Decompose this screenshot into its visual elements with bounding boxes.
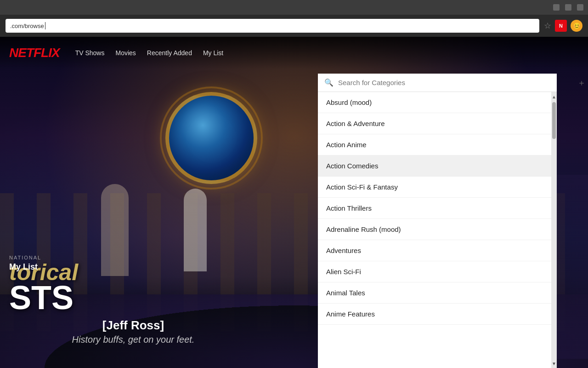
url-text: .com/browse: [10, 23, 44, 29]
subtitle-quote: History buffs, get on your feet.: [0, 334, 266, 345]
toolbar-right: ☆ N 😊: [544, 20, 582, 32]
scrollbar[interactable]: ▲: [551, 92, 557, 368]
close-button[interactable]: [577, 4, 583, 11]
nav-recently-added[interactable]: Recently Added: [147, 49, 192, 57]
category-item-absurd[interactable]: Absurd (mood): [318, 92, 551, 113]
subtitle-overlay: [Jeff Ross] History buffs, get on your f…: [0, 318, 266, 345]
subtitle-name: [Jeff Ross]: [0, 318, 266, 333]
netflix-btn-label: N: [559, 23, 563, 29]
search-box: 🔍: [318, 74, 557, 92]
netflix-nav: NETFLIX TV Shows Movies Recently Added M…: [0, 37, 588, 69]
main-area: NETFLIX TV Shows Movies Recently Added M…: [0, 37, 588, 368]
user-avatar-button[interactable]: 😊: [571, 20, 582, 32]
scroll-up-arrow[interactable]: ▲: [551, 93, 557, 100]
category-item-adrenaline[interactable]: Adrenaline Rush (mood): [318, 219, 551, 240]
search-icon: 🔍: [324, 78, 334, 87]
dropdown-list-area: Absurd (mood) Action & Adventure Action …: [318, 92, 551, 368]
category-item-action-adventure[interactable]: Action & Adventure: [318, 113, 551, 134]
category-item-animal-tales[interactable]: Animal Tales: [318, 282, 551, 304]
category-item-action-comedies[interactable]: Action Comedies: [318, 155, 551, 177]
netflix-logo: NETFLIX: [9, 46, 60, 60]
nav-tv-shows[interactable]: TV Shows: [75, 49, 105, 57]
dropdown-scroll-container: Absurd (mood) Action & Adventure Action …: [318, 92, 557, 368]
browser-toolbar: .com/browse ☆ N 😊: [0, 15, 588, 37]
minimize-button[interactable]: [553, 4, 560, 11]
search-input[interactable]: [338, 79, 550, 86]
avatar-emoji: 😊: [573, 22, 581, 29]
category-item-action-scifi[interactable]: Action Sci-Fi & Fantasy: [318, 177, 551, 198]
my-list-badge: My List: [9, 262, 38, 272]
category-item-action-anime[interactable]: Action Anime: [318, 134, 551, 155]
category-item-action-thrillers[interactable]: Action Thrillers: [318, 198, 551, 219]
category-item-anime-features[interactable]: Anime Features: [318, 304, 551, 325]
nav-movies[interactable]: Movies: [115, 49, 136, 57]
stage-globe: [165, 92, 257, 184]
category-dropdown: 🔍 Absurd (mood) Action & Adventure Actio…: [318, 74, 557, 368]
address-bar[interactable]: .com/browse: [6, 19, 539, 33]
text-cursor: [45, 22, 45, 29]
bookmark-icon[interactable]: ☆: [544, 21, 551, 31]
show-title-roasts: STS: [9, 283, 266, 313]
maximize-button[interactable]: [565, 4, 571, 11]
show-title-overlay: NATIONAL torical STS: [9, 255, 266, 313]
nav-my-list[interactable]: My List: [203, 49, 223, 57]
netflix-extension-button[interactable]: N: [555, 20, 567, 32]
scroll-down-arrow[interactable]: ▼: [551, 359, 557, 368]
category-item-adventures[interactable]: Adventures: [318, 240, 551, 261]
browser-titlebar: [0, 0, 588, 15]
plus-button[interactable]: ＋: [577, 78, 586, 87]
scrollbar-thumb[interactable]: [552, 102, 556, 139]
category-item-alien-scifi[interactable]: Alien Sci-Fi: [318, 261, 551, 282]
